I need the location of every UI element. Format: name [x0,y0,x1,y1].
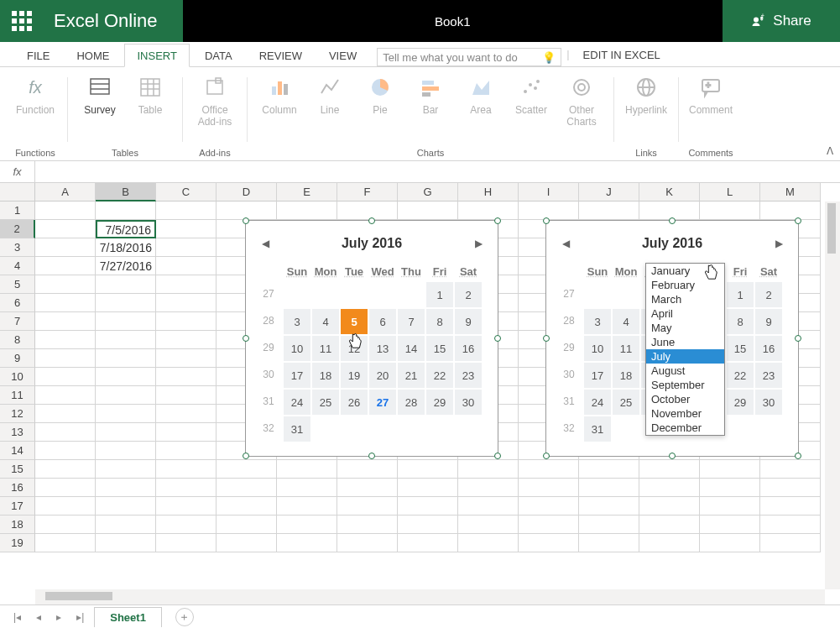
calendar-picker-2[interactable]: ◀ July 2016 ▶ SunMonTueWedThuFriSat27122… [545,220,799,457]
column-header-E[interactable]: E [277,183,337,201]
calendar-day[interactable]: 26 [341,390,368,415]
month-option[interactable]: July [646,349,724,364]
cell-D17[interactable] [217,497,277,515]
cell-B2[interactable]: 7/5/2016 [96,220,156,238]
cell-E18[interactable] [277,515,337,534]
cell-B13[interactable] [96,423,156,442]
cell-A9[interactable] [35,349,96,368]
sheet-tab[interactable]: Sheet1 [94,607,162,627]
cell-C17[interactable] [156,497,217,515]
cell-C5[interactable] [156,275,217,294]
row-header-16[interactable]: 16 [0,479,35,497]
cell-F18[interactable] [337,515,398,534]
calendar-day[interactable]: 13 [369,336,396,361]
calendar-day[interactable]: 25 [312,390,339,415]
calendar-day[interactable]: 2 [455,282,482,307]
cell-L15[interactable] [700,460,760,479]
cell-C16[interactable] [156,479,217,497]
cell-M18[interactable] [760,515,821,534]
cell-A1[interactable] [35,201,96,220]
column-header-M[interactable]: M [760,183,821,201]
calendar-day[interactable]: 3 [284,309,310,334]
cell-J18[interactable] [579,515,639,534]
cell-H15[interactable] [458,460,519,479]
cell-A19[interactable] [35,534,96,552]
calendar-day[interactable]: 17 [584,363,611,388]
month-option[interactable]: June [646,335,724,349]
cell-A5[interactable] [35,275,96,294]
cell-I18[interactable] [519,515,579,534]
column-header-D[interactable]: D [217,183,277,201]
cell-C14[interactable] [156,442,217,460]
column-header-L[interactable]: L [700,183,760,201]
calendar-day[interactable]: 3 [584,309,611,334]
calendar-day[interactable]: 18 [613,363,639,388]
calendar-day[interactable]: 6 [369,309,396,334]
cell-M19[interactable] [760,534,821,552]
cell-C1[interactable] [156,201,217,220]
calendar-day[interactable]: 15 [426,336,453,361]
calendar-day[interactable]: 5 [341,309,368,334]
column-header-A[interactable]: A [35,183,96,201]
edit-in-excel-button[interactable]: EDIT IN EXCEL [575,44,669,66]
prev-month-button[interactable]: ◀ [259,238,271,249]
calendar-day[interactable]: 19 [341,363,368,388]
sheet-nav-prev[interactable]: ◂ [31,611,46,623]
column-header-B[interactable]: B [96,183,156,201]
calendar-day[interactable]: 2 [755,282,782,307]
cell-G15[interactable] [398,460,458,479]
calendar-day[interactable]: 22 [727,363,754,388]
row-header-15[interactable]: 15 [0,460,35,479]
column-header-G[interactable]: G [398,183,458,201]
calendar-day[interactable]: 8 [426,309,453,334]
cell-H17[interactable] [458,497,519,515]
sheet-nav-next[interactable]: ▸ [51,611,66,623]
cell-K16[interactable] [639,479,700,497]
calendar-day[interactable]: 23 [455,363,482,388]
calendar-day[interactable]: 16 [455,336,482,361]
hyperlink-button[interactable]: Hyperlink [621,72,671,145]
cell-A18[interactable] [35,515,96,534]
calendar-day[interactable]: 29 [426,390,453,415]
calendar-day[interactable]: 18 [312,363,339,388]
cell-B11[interactable] [96,386,156,405]
row-header-12[interactable]: 12 [0,405,35,423]
vertical-scrollbar[interactable] [825,201,840,589]
cell-L17[interactable] [700,497,760,515]
cell-J15[interactable] [579,460,639,479]
cell-C6[interactable] [156,294,217,312]
cell-J16[interactable] [579,479,639,497]
row-header-13[interactable]: 13 [0,423,35,442]
cell-B7[interactable] [96,312,156,331]
calendar-day[interactable]: 4 [312,309,339,334]
calendar-day[interactable]: 15 [727,336,754,361]
area-chart-button[interactable]: Area [456,72,506,145]
month-option[interactable]: October [646,392,724,406]
cell-C13[interactable] [156,423,217,442]
column-header-I[interactable]: I [519,183,579,201]
app-launcher-button[interactable] [0,0,44,42]
cell-H18[interactable] [458,515,519,534]
cell-D18[interactable] [217,515,277,534]
cell-A10[interactable] [35,368,96,386]
survey-button[interactable]: Survey [75,72,125,145]
line-chart-button[interactable]: Line [305,72,355,145]
column-chart-button[interactable]: Column [254,72,305,145]
month-option[interactable]: January [646,264,724,278]
row-header-5[interactable]: 5 [0,275,35,294]
cell-A13[interactable] [35,423,96,442]
bar-chart-button[interactable]: Bar [405,72,456,145]
calendar-day[interactable]: 27 [369,390,396,415]
cell-E17[interactable] [277,497,337,515]
cell-B1[interactable] [96,201,156,220]
row-header-2[interactable]: 2 [0,220,35,238]
cell-E1[interactable] [277,201,337,220]
tab-data[interactable]: DATA [193,44,244,66]
calendar-day[interactable]: 30 [755,390,782,415]
cell-B15[interactable] [96,460,156,479]
other-charts-button[interactable]: Other Charts [556,72,607,145]
month-option[interactable]: May [646,321,724,335]
cell-C2[interactable] [156,220,217,238]
add-sheet-button[interactable]: ＋ [175,608,194,626]
horizontal-scrollbar[interactable] [35,589,825,604]
